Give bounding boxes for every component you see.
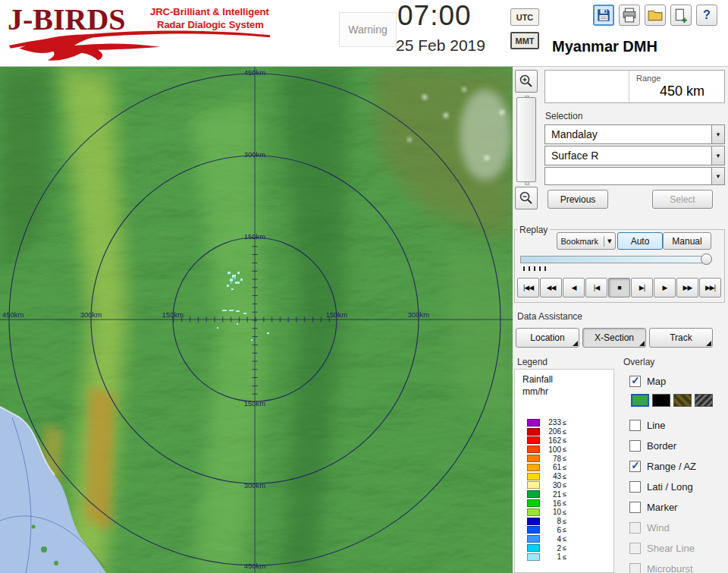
ring-label-300-right: 300km <box>408 310 430 319</box>
logo-subtitle-1: JRC-Brilliant & Intelligent <box>150 6 269 17</box>
checkbox[interactable] <box>629 461 641 472</box>
bookmark-tick <box>529 266 530 271</box>
button-separator <box>604 236 604 247</box>
fast-forward-button[interactable]: ▶▶ <box>676 278 698 298</box>
x-section-button[interactable]: X-Section <box>582 328 646 348</box>
manual-mode-button[interactable]: Manual <box>663 232 711 250</box>
overlay-item-map[interactable]: Map <box>629 373 666 389</box>
checkbox[interactable] <box>629 502 641 513</box>
utc-button[interactable]: UTC <box>510 8 539 26</box>
legend-swatch <box>527 526 540 534</box>
step-back-button[interactable]: |◀ <box>585 278 607 298</box>
skip-to-end-button[interactable]: ▶▶| <box>699 278 721 298</box>
skip-to-start-button[interactable]: |◀◀ <box>517 278 539 298</box>
range-value: 450 km <box>660 83 704 99</box>
overlay-item-label: Lati / Long <box>647 481 693 493</box>
site-dropdown[interactable]: Mandalay ▼ <box>544 124 725 144</box>
legend-row: 21≤ <box>527 490 566 499</box>
ring-label-300-left: 300km <box>80 310 102 319</box>
mmt-button[interactable]: MMT <box>510 32 539 49</box>
legend-value: 100 <box>543 445 561 454</box>
overlay-item-marker[interactable]: Marker <box>629 499 677 515</box>
zoom-out-button[interactable] <box>515 187 538 209</box>
previous-button[interactable]: Previous <box>548 190 608 209</box>
legend-units: mm/hr <box>522 386 548 397</box>
play-backward-button[interactable]: ◀ <box>563 278 585 298</box>
checkbox[interactable] <box>629 481 641 493</box>
product-dropdown[interactable]: Surface R ▼ <box>544 146 725 165</box>
legend-operator: ≤ <box>563 428 566 436</box>
legend-swatch <box>527 499 540 507</box>
organization-name: Myanmar DMH <box>552 38 657 55</box>
select-button[interactable]: Select <box>652 190 713 209</box>
corner-arrow-icon <box>573 341 578 346</box>
timeline-slider-handle[interactable] <box>701 253 712 265</box>
auto-mode-button[interactable]: Auto <box>617 232 663 250</box>
legend-operator: ≤ <box>563 544 566 552</box>
step-forward-button[interactable]: ▶| <box>631 278 653 298</box>
track-button-label: Track <box>670 332 692 343</box>
legend-value: 8 <box>543 517 561 525</box>
legend-row: 10≤ <box>527 508 566 517</box>
map-style-camo[interactable] <box>673 394 692 407</box>
chevron-down-icon[interactable]: ▼ <box>711 168 724 184</box>
checkbox[interactable] <box>629 440 641 452</box>
save-button[interactable] <box>593 5 614 26</box>
legend-swatch <box>527 544 540 552</box>
legend-value: 1 <box>543 553 561 561</box>
legend-value: 6 <box>543 526 561 534</box>
replay-timeline-slider[interactable] <box>520 256 707 263</box>
overlay-item-label: Marker <box>647 502 677 513</box>
stop-button[interactable]: ■ <box>608 278 630 298</box>
new-document-button[interactable] <box>670 5 692 26</box>
checkbox[interactable] <box>629 376 641 387</box>
map-style-black[interactable] <box>652 394 670 407</box>
radar-map[interactable]: 450km 300km 150km 150km 300km 450km 450k… <box>0 67 513 573</box>
legend-swatch <box>527 508 540 516</box>
new-document-icon <box>673 8 689 23</box>
secondary-dropdown[interactable]: ▼ <box>544 167 725 185</box>
fast-rewind-button[interactable]: ◀◀ <box>540 278 562 298</box>
legend-operator: ≤ <box>563 419 566 427</box>
rainfall-legend: Rainfall mm/hr 233≤ 206≤ 162≤ 100≤ 78≤ 6… <box>514 369 614 573</box>
zoom-in-button[interactable] <box>515 70 538 93</box>
radar-map-display[interactable]: 450km 300km 150km 150km 300km 450km 450k… <box>0 67 513 573</box>
map-style-terrain[interactable] <box>631 394 649 407</box>
checkbox[interactable] <box>629 420 641 431</box>
chevron-down-icon[interactable]: ▼ <box>711 146 724 165</box>
overlay-item-line[interactable]: Line <box>629 417 666 433</box>
overlay-item-lati-long[interactable]: Lati / Long <box>629 479 693 494</box>
map-style-swatches <box>631 394 713 407</box>
legend-value: 10 <box>543 508 561 516</box>
legend-rows: 233≤ 206≤ 162≤ 100≤ 78≤ 61≤ 43≤ 30≤ 21≤ … <box>527 418 566 562</box>
range-display: Range 450 km <box>544 70 725 103</box>
legend-row: 233≤ <box>527 418 566 427</box>
help-button[interactable]: ? <box>696 5 717 26</box>
legend-row: 16≤ <box>527 499 566 508</box>
corner-arrow-icon <box>639 341 645 346</box>
zoom-slider-thumb[interactable] <box>516 97 536 182</box>
print-button[interactable] <box>619 5 640 26</box>
overlay-item-range-az[interactable]: Range / AZ <box>629 458 696 474</box>
legend-swatch <box>527 445 540 453</box>
location-button[interactable]: Location <box>516 328 579 348</box>
open-folder-icon <box>648 8 663 23</box>
dropdown-arrow-icon: ▾ <box>607 236 612 246</box>
chevron-down-icon[interactable]: ▼ <box>711 125 724 143</box>
play-button[interactable]: ▶ <box>654 278 676 298</box>
track-button[interactable]: Track <box>649 328 713 348</box>
overlay-item-label: Line <box>647 420 666 431</box>
legend-value: 162 <box>543 436 561 445</box>
legend-operator: ≤ <box>563 473 566 480</box>
open-folder-button[interactable] <box>645 5 666 26</box>
legend-operator: ≤ <box>563 526 566 534</box>
legend-value: 78 <box>543 455 561 463</box>
overlay-item-border[interactable]: Border <box>629 438 676 453</box>
ring-label-150-top: 150km <box>244 232 266 241</box>
ring-label-300-bottom: 300km <box>244 481 266 490</box>
legend-row: 61≤ <box>527 463 566 472</box>
legend-swatch <box>527 428 540 436</box>
map-style-hatch[interactable] <box>695 394 713 407</box>
bookmark-button[interactable]: Bookmark ▾ <box>557 232 616 250</box>
legend-operator: ≤ <box>563 445 566 453</box>
